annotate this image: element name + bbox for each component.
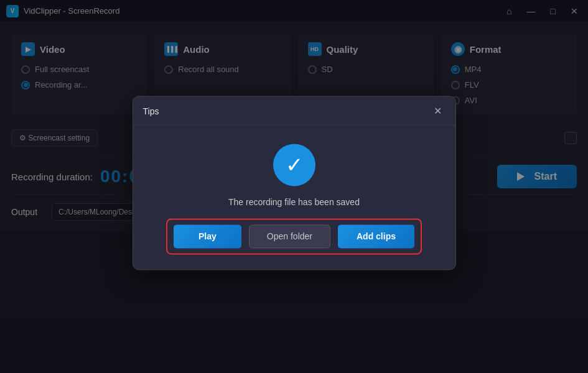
modal-body: ✓ The recording file has been saved Play… [133,125,455,269]
check-icon: ✓ [286,154,303,175]
modal-header: Tips ✕ [133,96,455,125]
modal-title: Tips [143,106,159,116]
modal-buttons: Play Open folder Add clips [166,218,422,254]
add-clips-button[interactable]: Add clips [338,224,414,248]
modal-close-button[interactable]: ✕ [430,104,446,118]
play-button[interactable]: Play [174,224,241,248]
check-circle: ✓ [273,144,315,186]
open-folder-modal-button[interactable]: Open folder [249,224,330,248]
tips-modal: Tips ✕ ✓ The recording file has been sav… [133,96,456,270]
modal-message: The recording file has been saved [228,197,360,207]
